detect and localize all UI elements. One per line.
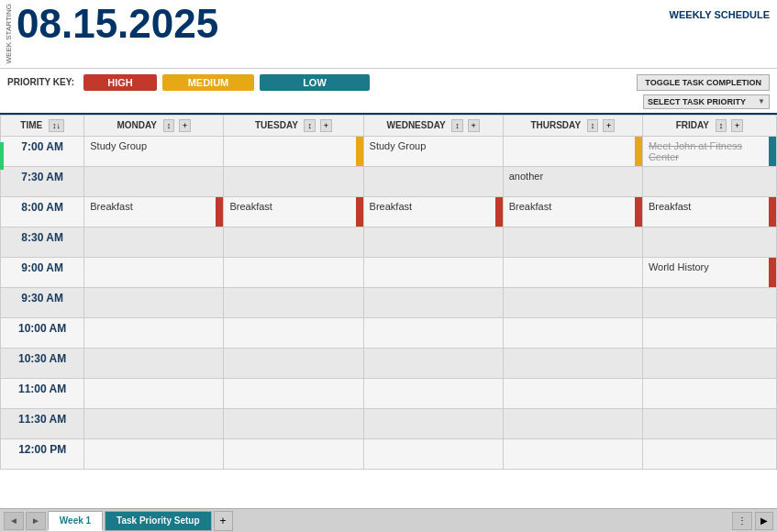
priority-select[interactable]: SELECT TASK PRIORITY HIGH MEDIUM LOW — [644, 95, 754, 108]
cell-friday[interactable]: World History — [642, 257, 776, 287]
tab-nav-prev[interactable]: ◄ — [4, 512, 24, 530]
table-row: 9:00 AMWorld History — [1, 257, 777, 287]
cell-friday[interactable] — [642, 317, 776, 348]
priority-strip — [495, 197, 503, 227]
col-tuesday: TUESDAY ↕ + — [224, 115, 363, 136]
col-friday: FRIDAY ↕ + — [642, 115, 776, 136]
tab-task-priority-setup[interactable]: Task Priority Setup — [105, 511, 211, 531]
cell-thursday[interactable] — [503, 227, 642, 257]
cell-wednesday[interactable] — [363, 438, 503, 469]
tab-menu-button[interactable]: ⋮ — [732, 512, 752, 530]
cell-tuesday[interactable] — [224, 317, 363, 348]
thursday-add-button[interactable]: + — [603, 119, 615, 132]
cell-thursday[interactable]: Breakfast — [503, 196, 642, 227]
priority-strip — [356, 137, 363, 166]
cell-friday[interactable] — [642, 378, 776, 408]
tab-week1[interactable]: Week 1 — [48, 511, 103, 531]
cell-monday[interactable] — [84, 166, 224, 196]
cell-tuesday[interactable] — [224, 408, 363, 438]
cell-text: World History — [649, 261, 709, 272]
cell-wednesday[interactable] — [363, 257, 503, 287]
cell-tuesday[interactable] — [224, 438, 363, 469]
toggle-completion-button[interactable]: TOGGLE TASK COMPLETION — [637, 74, 770, 91]
date-block: WEEK STARTING 08.15.2025 — [6, 4, 218, 66]
priority-select-container[interactable]: SELECT TASK PRIORITY HIGH MEDIUM LOW ▼ — [643, 94, 770, 109]
cell-monday[interactable] — [84, 348, 224, 378]
cell-thursday[interactable] — [503, 348, 642, 378]
time-sort-button[interactable]: ↕↓ — [49, 119, 64, 132]
weekly-schedule-label: WEEKLY SCHEDULE — [670, 9, 770, 20]
cell-thursday[interactable] — [503, 257, 642, 287]
cell-thursday[interactable]: another — [503, 166, 642, 196]
tab-add-button[interactable]: + — [214, 511, 233, 531]
cell-friday[interactable] — [642, 438, 776, 469]
table-row: 7:00 AMStudy GroupStudy GroupMeet John a… — [1, 136, 777, 166]
thursday-sort-button[interactable]: ↕ — [587, 119, 599, 132]
cell-tuesday[interactable] — [224, 257, 363, 287]
cell-thursday[interactable] — [503, 317, 642, 348]
cell-tuesday[interactable] — [224, 166, 363, 196]
cell-tuesday[interactable] — [224, 287, 363, 317]
time-cell: 10:30 AM — [1, 348, 84, 378]
friday-sort-button[interactable]: ↕ — [716, 119, 727, 132]
table-row: 12:00 PM — [1, 438, 777, 469]
time-cell: 8:00 AM — [1, 196, 84, 227]
cell-text: Study Group — [370, 140, 427, 151]
table-row: 10:00 AM — [1, 317, 777, 348]
cell-friday[interactable] — [642, 348, 776, 378]
table-row: 9:30 AM — [1, 287, 777, 317]
cell-friday[interactable]: Meet John at Fitness Center — [642, 136, 776, 166]
cell-monday[interactable] — [84, 378, 224, 408]
monday-sort-button[interactable]: ↕ — [163, 119, 175, 132]
cell-wednesday[interactable] — [363, 408, 503, 438]
cell-monday[interactable] — [84, 408, 224, 438]
cell-tuesday[interactable] — [224, 136, 363, 166]
tuesday-sort-button[interactable]: ↕ — [304, 119, 316, 132]
cell-tuesday[interactable] — [224, 348, 363, 378]
tab-scroll-right[interactable]: ▶ — [755, 512, 773, 530]
top-controls: PRIORITY KEY: HIGH MEDIUM LOW TOGGLE TAS… — [0, 69, 777, 113]
table-row: 11:00 AM — [1, 378, 777, 408]
cell-wednesday[interactable] — [363, 317, 503, 348]
cell-monday[interactable] — [84, 257, 224, 287]
cell-thursday[interactable] — [503, 136, 642, 166]
cell-thursday[interactable] — [503, 438, 642, 469]
cell-friday[interactable] — [642, 227, 776, 257]
cell-wednesday[interactable] — [363, 378, 503, 408]
cell-thursday[interactable] — [503, 408, 642, 438]
cell-wednesday[interactable] — [363, 166, 503, 196]
wednesday-add-button[interactable]: + — [468, 119, 480, 132]
cell-wednesday[interactable]: Study Group — [363, 136, 503, 166]
cell-monday[interactable]: Breakfast — [84, 196, 224, 227]
cell-thursday[interactable] — [503, 378, 642, 408]
wednesday-sort-button[interactable]: ↕ — [451, 119, 463, 132]
cell-monday[interactable]: Study Group — [84, 136, 224, 166]
table-header-row: TIME ↕↓ MONDAY ↕ + TUESDAY ↕ + WEDNESDAY… — [1, 115, 777, 136]
cell-friday[interactable] — [642, 408, 776, 438]
cell-friday[interactable] — [642, 287, 776, 317]
friday-add-button[interactable]: + — [731, 119, 743, 132]
cell-monday[interactable] — [84, 287, 224, 317]
main-date: 08.15.2025 — [17, 4, 218, 44]
cell-wednesday[interactable] — [363, 227, 503, 257]
time-cell: 10:00 AM — [1, 317, 84, 348]
schedule-tbody: 7:00 AMStudy GroupStudy GroupMeet John a… — [1, 136, 777, 469]
cell-wednesday[interactable] — [363, 348, 503, 378]
cell-friday[interactable] — [642, 166, 776, 196]
cell-wednesday[interactable]: Breakfast — [363, 196, 503, 227]
cell-thursday[interactable] — [503, 287, 642, 317]
cell-monday[interactable] — [84, 438, 224, 469]
left-green-indicator — [0, 142, 4, 170]
cell-text: Breakfast — [370, 201, 412, 212]
cell-monday[interactable] — [84, 317, 224, 348]
cell-monday[interactable] — [84, 227, 224, 257]
cell-friday[interactable]: Breakfast — [642, 196, 776, 227]
monday-add-button[interactable]: + — [179, 119, 191, 132]
cell-tuesday[interactable] — [224, 227, 363, 257]
tuesday-add-button[interactable]: + — [320, 119, 332, 132]
schedule-table-wrapper[interactable]: TIME ↕↓ MONDAY ↕ + TUESDAY ↕ + WEDNESDAY… — [0, 113, 777, 498]
cell-tuesday[interactable]: Breakfast — [224, 196, 363, 227]
cell-wednesday[interactable] — [363, 287, 503, 317]
cell-tuesday[interactable] — [224, 378, 363, 408]
tab-nav-next[interactable]: ► — [26, 512, 46, 530]
